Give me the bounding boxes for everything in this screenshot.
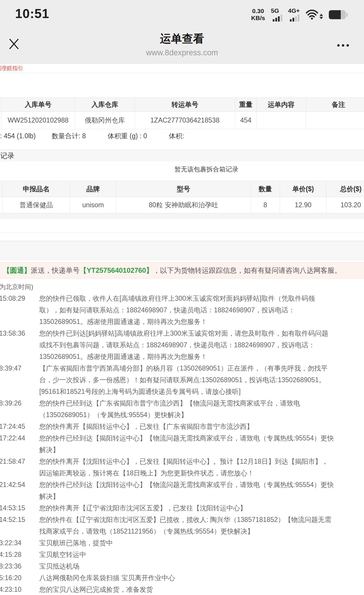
cell-unit-price: 12.90 bbox=[280, 197, 326, 213]
records-section-title: 记录 bbox=[0, 151, 14, 160]
menu-dot-icon bbox=[347, 44, 349, 47]
tracking-text: 您的快件已领取，收件人在[高埔镇政府往坪上300米玉诚宾馆对面妈妈驿站]取件（凭… bbox=[39, 293, 335, 327]
col-header-brand: 品牌 bbox=[70, 181, 116, 197]
signal-bars-icon bbox=[290, 15, 299, 22]
red-link-row: 破损理赔指引 bbox=[0, 64, 364, 73]
cell-weight: 454 bbox=[235, 112, 257, 129]
tracking-time: 15:08:29 bbox=[0, 293, 39, 304]
more-options-button[interactable] bbox=[336, 42, 351, 48]
tracking-time: 17:22:44 bbox=[0, 432, 39, 444]
tracking-entry: 5:16:20八达网俄勒冈仓库装袋扫描 宝贝离开作业中心 bbox=[0, 572, 364, 584]
signal-4g-icon: 4G+ bbox=[288, 8, 300, 22]
tracking-text: 您的快件离开【沈阳转运中心】，已发往【揭阳转运中心】。预计【12月18日】到达【… bbox=[39, 456, 335, 479]
page-title: 运单查看 bbox=[0, 31, 364, 46]
tracking-time: 4:23:10 bbox=[0, 584, 39, 595]
summary-weight: : 454 (1.0lb) bbox=[0, 132, 36, 140]
tracking-entry: 4:23:10您的宝贝八达网已完成捡货，准备发货 bbox=[0, 584, 364, 595]
network-speed-value: 0.30 bbox=[252, 8, 264, 15]
signal-5g-label: 5G bbox=[271, 8, 279, 14]
network-speed-unit: KB/s bbox=[251, 15, 265, 22]
timezone-note: 为北京时间) bbox=[0, 283, 364, 291]
section-strip bbox=[0, 241, 364, 260]
tracking-entry: 3:22:34宝贝航班已落地，提货中 bbox=[0, 537, 364, 549]
divider bbox=[0, 233, 364, 233]
records-section-header: 记录 bbox=[0, 150, 364, 162]
tracking-time: 14:52:15 bbox=[0, 514, 39, 525]
tracking-time: 3:22:34 bbox=[0, 537, 39, 549]
col-header-weight: 重量 bbox=[235, 98, 257, 112]
network-speed: 0.30 KB/s bbox=[251, 8, 265, 22]
tracking-entry: 15:08:29您的快件已领取，收件人在[高埔镇政府往坪上300米玉诚宾馆对面妈… bbox=[0, 293, 364, 327]
tracking-entry: 21:58:47您的快件离开【沈阳转运中心】，已发往【揭阳转运中心】。预计【12… bbox=[0, 456, 364, 479]
tracking-text: 您的快件已经到达【广东省揭阳市普宁市流沙西】【物流问题无需找商家或平台，请致电（… bbox=[39, 397, 335, 421]
carrier-badge: 【圆通】 bbox=[3, 266, 31, 275]
summary-row: : 454 (1.0lb) 数量合计: 8 体积重 (g) : 0 体积: bbox=[0, 132, 364, 140]
col-header-transfer-no: 转运单号 bbox=[135, 98, 235, 112]
tracking-time: 21:58:47 bbox=[0, 456, 39, 467]
tracking-time: 5:16:20 bbox=[0, 572, 39, 584]
records-empty-text: 暂无该包裹拆合箱记录 bbox=[0, 165, 364, 174]
cell-total-price: 103.20 bbox=[326, 197, 364, 213]
tracking-entry: 14:53:15您的快件离开【辽宁省沈阳市沈河区五爱】，已发往【沈阳转运中心】 bbox=[0, 502, 364, 514]
tracking-time: 14:53:15 bbox=[0, 502, 39, 514]
cell-transfer-no: 1ZAC27770364218538 bbox=[135, 112, 235, 129]
cell-content bbox=[257, 112, 306, 129]
items-table: 申报品名 品牌 型号 数量 单价($) 总价($) 普通保健品 unisom 8… bbox=[0, 181, 364, 213]
tracking-time: 8:39:26 bbox=[0, 397, 39, 409]
cell-item-name: 普通保健品 bbox=[3, 197, 70, 213]
cell-model: 80粒 安神助眠和治孕吐 bbox=[116, 197, 251, 213]
col-header-warehouse: 入库仓库 bbox=[75, 98, 135, 112]
tracking-entry: 8:39:26您的快件已经到达【广东省揭阳市普宁市流沙西】【物流问题无需找商家或… bbox=[0, 397, 364, 421]
items-table-wrap: 申报品名 品牌 型号 数量 单价($) 总价($) 普通保健品 unisom 8… bbox=[0, 181, 364, 219]
tracking-entry: 13:58:36您的快件已到达[妈妈驿站]高埔镇政府往坪上300米玉诚宾馆对面，… bbox=[0, 327, 364, 362]
claims-guide-link[interactable]: 破损理赔指引 bbox=[0, 65, 23, 72]
tracking-text: 宝贝航班已落地，提货中 bbox=[39, 537, 335, 549]
wifi-arrows-icon bbox=[320, 14, 323, 20]
tracking-time: 4:15:28 bbox=[0, 549, 39, 560]
tracking-time: 17:24:45 bbox=[0, 421, 39, 432]
tracking-entry: 4:15:28宝贝航空转运中 bbox=[0, 549, 364, 560]
cell-remark bbox=[306, 112, 364, 129]
signal-bars-icon bbox=[273, 15, 282, 22]
notice-text: 派送，快递单号 bbox=[31, 266, 80, 275]
col-header-unit-price: 单价($) bbox=[280, 181, 326, 197]
tracking-list: 15:08:29您的快件已领取，收件人在[高埔镇政府往坪上300米玉诚宾馆对面妈… bbox=[0, 293, 364, 595]
wifi-icon bbox=[306, 9, 323, 20]
tracking-entry: 21:42:54您的快件已经到达【沈阳转运中心】【物流问题无需找商家或平台，请致… bbox=[0, 479, 364, 502]
table-stub-cell bbox=[0, 181, 3, 197]
status-icons: 0.30 KB/s 5G 4G+ bbox=[251, 6, 348, 23]
tracking-entry: 14:52:15您的快件在【辽宁省沈阳市沈河区五爱】已揽收，揽收人: 陶兴华（1… bbox=[0, 514, 364, 537]
tracking-entry: 8:23:36宝贝抵达机场 bbox=[0, 560, 364, 572]
tracking-entry: 8:39:47【广东省揭阳市普宁西第高埔分部】的杨月容（13502689051）… bbox=[0, 362, 364, 397]
col-header-qty: 数量 bbox=[251, 181, 280, 197]
battery-icon bbox=[329, 10, 348, 19]
menu-dot-icon bbox=[342, 44, 344, 47]
tracking-time: 8:39:47 bbox=[0, 362, 39, 374]
items-table-footer-strip bbox=[0, 213, 364, 219]
col-header-item-name: 申报品名 bbox=[3, 181, 70, 197]
col-header-remark: 备注 bbox=[306, 98, 364, 112]
tracking-text: 【广东省揭阳市普宁西第高埔分部】的杨月容（13502689051）正在派件，（有… bbox=[39, 362, 335, 397]
courier-notice: 【圆通】派送，快递单号 【YT2575640102760】，以下为货物转运跟踪信… bbox=[0, 262, 364, 279]
col-header-inbound-no: 入库单号 bbox=[1, 98, 75, 112]
summary-volume: 体积: bbox=[169, 132, 184, 141]
cell-brand: unisom bbox=[70, 197, 116, 213]
tracking-text: 您的快件离开【辽宁省沈阳市沈河区五爱】，已发往【沈阳转运中心】 bbox=[39, 502, 335, 514]
tracking-text: 宝贝抵达机场 bbox=[39, 560, 335, 572]
waybill-page: 10:51 0.30 KB/s 5G 4G+ bbox=[0, 0, 364, 595]
tracking-text: 您的快件在【辽宁省沈阳市沈河区五爱】已揽收，揽收人: 陶兴华（138571818… bbox=[39, 514, 335, 537]
tracking-text: 您的快件已到达[妈妈驿站]高埔镇政府往坪上300米玉诚宾馆对面，请您及时取件，如… bbox=[39, 327, 335, 362]
status-time: 10:51 bbox=[15, 6, 49, 21]
col-header-content: 运单内容 bbox=[257, 98, 306, 112]
signal-4g-label: 4G+ bbox=[288, 8, 300, 14]
col-header-total-price: 总价($) bbox=[326, 181, 364, 197]
package-table-wrap: 入库单号 入库仓库 转运单号 重量 运单内容 备注 WW251202010298… bbox=[0, 98, 364, 129]
table-stub-cell bbox=[0, 197, 3, 213]
tracking-text: 您的快件离开【揭阳转运中心】，已发往【广东省揭阳市普宁市流沙西】 bbox=[39, 421, 335, 432]
tracking-time: 8:23:36 bbox=[0, 560, 39, 572]
tracking-number: 【YT2575640102760】 bbox=[80, 266, 153, 275]
summary-quantity: 数量合计: 8 bbox=[52, 132, 86, 141]
page-url: www.8dexpress.com bbox=[0, 48, 364, 57]
tracking-text: 宝贝航空转运中 bbox=[39, 549, 335, 560]
menu-dot-icon bbox=[337, 44, 340, 47]
